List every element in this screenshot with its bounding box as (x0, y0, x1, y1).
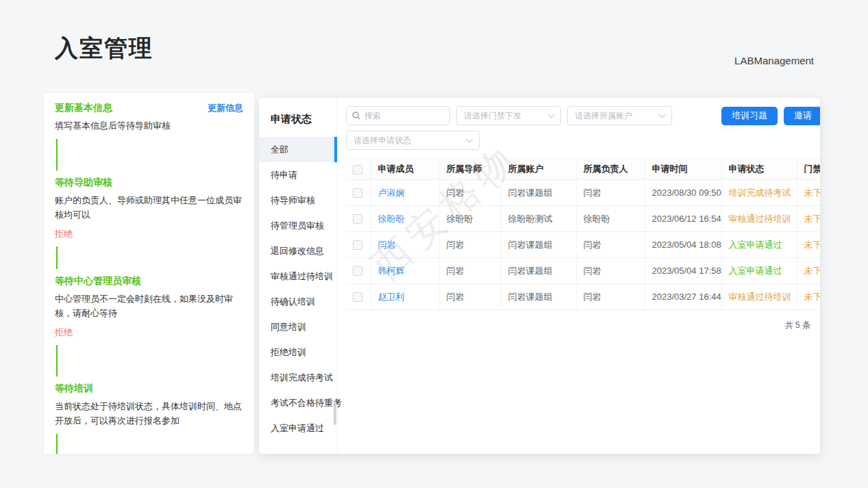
table-row: 韩柯辉闫岩闫岩课题组闫岩2023/05/04 17:58:59入室申请通过未下发 (346, 258, 820, 284)
sidebar-item[interactable]: 同意培训 (259, 314, 337, 339)
row-checkbox-cell (346, 180, 371, 206)
sidebar-item[interactable]: 拒绝培训 (259, 339, 337, 365)
sidebar-item[interactable]: 待导师审核 (259, 188, 337, 213)
row-checkbox-cell (346, 258, 371, 284)
row-checkbox-cell (346, 232, 371, 258)
owner-cell: 闫岩 (576, 284, 645, 310)
sidebar-item[interactable]: 全部 (259, 137, 337, 162)
access-status-cell: 未下发 (797, 258, 820, 284)
step-title: 等待培训 (55, 383, 93, 395)
row-checkbox[interactable] (353, 214, 362, 224)
member-cell: 闫岩 (371, 232, 439, 258)
select-apply-status[interactable]: 请选择申请状态 (346, 131, 480, 150)
step-description: 中心管理员不一定会时刻在线，如果没及时审核，请耐心等待 (55, 292, 243, 320)
sidebar-item[interactable]: 审核通过待培训 (259, 264, 337, 289)
table-body: 卢淑娴闫岩闫岩课题组闫岩2023/08/30 09:50:26培训完成待考试未下… (346, 180, 820, 310)
table-row: 卢淑娴闫岩闫岩课题组闫岩2023/08/30 09:50:26培训完成待考试未下… (346, 180, 820, 206)
status-cell: 入室申请通过 (721, 232, 797, 258)
guide-step-head: 等待中心管理员审核 (55, 275, 243, 287)
row-checkbox-cell (346, 284, 371, 310)
update-info-link[interactable]: 更新信息 (208, 102, 243, 114)
apply-time-cell: 2023/03/27 16:44:33 (645, 284, 721, 310)
access-status-cell: 未下发 (797, 284, 820, 310)
column-header: 所属账户 (501, 159, 576, 180)
member-link[interactable]: 卢淑娴 (378, 188, 405, 198)
guide-step: 等待导助审核账户的负责人、导师或助理其中任意一位成员审核均可以拒绝 (55, 177, 243, 269)
table-header-row: 申请成员所属导师所属账户所属负责人申请时间申请状态门禁状态 (346, 159, 820, 180)
row-checkbox[interactable] (353, 240, 362, 250)
step-description: 账户的负责人、导师或助理其中任意一位成员审核均可以 (55, 193, 243, 222)
applications-table: 申请成员所属导师所属账户所属负责人申请时间申请状态门禁状态 卢淑娴闫岩闫岩课题组… (346, 158, 820, 310)
status-cell: 审核通过待培训 (721, 206, 797, 232)
sidebar-item[interactable]: 待确认培训 (259, 289, 337, 314)
member-cell: 卢淑娴 (371, 180, 439, 206)
column-header: 申请成员 (371, 159, 439, 180)
row-checkbox[interactable] (353, 266, 362, 276)
sidebar-item[interactable]: 待申请 (259, 162, 337, 188)
step-description: 填写基本信息后等待导助审核 (55, 118, 243, 133)
sidebar-item[interactable]: 培训完成待考试 (259, 365, 337, 390)
guide-step: 等待培训当前状态处于待培训状态，具体培训时间、地点开放后，可以再次进行报名参加 (55, 383, 243, 454)
select-access-issue-placeholder: 请选择门禁下发 (464, 110, 521, 122)
timeline-connector (56, 434, 58, 454)
table-row: 徐盼盼徐盼盼徐盼盼测试徐盼盼2023/06/12 16:54:23审核通过待培训… (346, 206, 820, 232)
mentor-cell: 闫岩 (439, 258, 501, 284)
chevron-down-icon (548, 111, 555, 118)
apply-time-cell: 2023/05/04 17:58:59 (645, 258, 721, 284)
member-cell: 徐盼盼 (371, 206, 439, 232)
table-row: 闫岩闫岩闫岩课题组闫岩2023/05/04 18:08:58入室申请通过未下发 (346, 232, 820, 258)
brand-label: LABManagement (734, 55, 814, 66)
sidebar-item[interactable]: 退回修改信息 (259, 238, 337, 264)
guide-step-head: 等待导助审核 (55, 177, 243, 189)
process-guide-card: 更新基本信息更新信息填写基本信息后等待导助审核等待导助审核账户的负责人、导师或助… (44, 93, 254, 454)
sidebar-item[interactable]: 入室申请通过 (259, 415, 337, 441)
search-input[interactable] (364, 111, 444, 120)
guide-step-head: 等待培训 (55, 383, 243, 395)
column-header: 申请时间 (645, 159, 721, 180)
chevron-down-icon (467, 136, 473, 142)
account-cell: 闫岩课题组 (501, 180, 576, 206)
access-status-cell: 未下发 (797, 232, 820, 258)
applications-table-wrap: 西安格物 申请成员所属导师所属账户所属负责人申请时间申请状态门禁状态 卢淑娴闫岩… (346, 158, 820, 310)
apply-time-cell: 2023/06/12 16:54:23 (645, 206, 721, 232)
member-link[interactable]: 闫岩 (378, 240, 396, 250)
application-content: 请选择门禁下发 请选择所属账户 培训习题 邀请 请选择申请状态 西安格物 (338, 98, 820, 454)
account-cell: 闫岩课题组 (501, 284, 576, 310)
owner-cell: 闫岩 (576, 258, 645, 284)
step-title: 更新基本信息 (55, 102, 112, 114)
select-all-checkbox[interactable] (353, 165, 362, 175)
sidebar-item[interactable]: 待管理员审核 (259, 213, 337, 238)
guide-step: 更新基本信息更新信息填写基本信息后等待导助审核 (55, 102, 243, 170)
status-cell: 入室申请通过 (721, 258, 797, 284)
invite-button[interactable]: 邀请 (784, 107, 820, 125)
reject-label: 拒绝 (55, 228, 243, 240)
guide-step-head: 更新基本信息更新信息 (55, 102, 243, 114)
apply-time-cell: 2023/08/30 09:50:26 (645, 180, 721, 206)
select-access-issue[interactable]: 请选择门禁下发 (456, 106, 561, 125)
column-header: 所属导师 (439, 159, 501, 180)
sidebar-scrollbar[interactable] (334, 402, 336, 425)
timeline-connector (56, 246, 58, 269)
step-title: 等待中心管理员审核 (55, 275, 141, 287)
mentor-cell: 闫岩 (439, 180, 501, 206)
account-cell: 闫岩课题组 (501, 258, 576, 284)
member-link[interactable]: 韩柯辉 (378, 266, 405, 276)
sidebar-item[interactable]: 考试不合格待重考 (259, 390, 337, 415)
member-link[interactable]: 赵卫利 (378, 292, 405, 302)
member-link[interactable]: 徐盼盼 (378, 214, 405, 224)
select-account-placeholder: 请选择所属账户 (575, 110, 632, 122)
select-apply-status-placeholder: 请选择申请状态 (354, 135, 411, 146)
status-cell: 培训完成待考试 (721, 180, 797, 206)
status-menu: 全部待申请待导师审核待管理员审核退回修改信息审核通过待培训待确认培训同意培训拒绝… (259, 137, 337, 441)
select-account[interactable]: 请选择所属账户 (567, 106, 672, 125)
mentor-cell: 闫岩 (439, 284, 501, 310)
apply-time-cell: 2023/05/04 18:08:58 (645, 232, 721, 258)
page: { "page": { "title": "入室管理", "brand": "L… (0, 0, 868, 488)
row-checkbox[interactable] (353, 188, 362, 198)
column-header: 申请状态 (721, 159, 797, 180)
member-cell: 韩柯辉 (371, 258, 439, 284)
owner-cell: 闫岩 (576, 232, 645, 258)
row-checkbox[interactable] (353, 292, 362, 302)
mentor-cell: 闫岩 (439, 232, 501, 258)
training-exercises-button[interactable]: 培训习题 (721, 107, 778, 125)
